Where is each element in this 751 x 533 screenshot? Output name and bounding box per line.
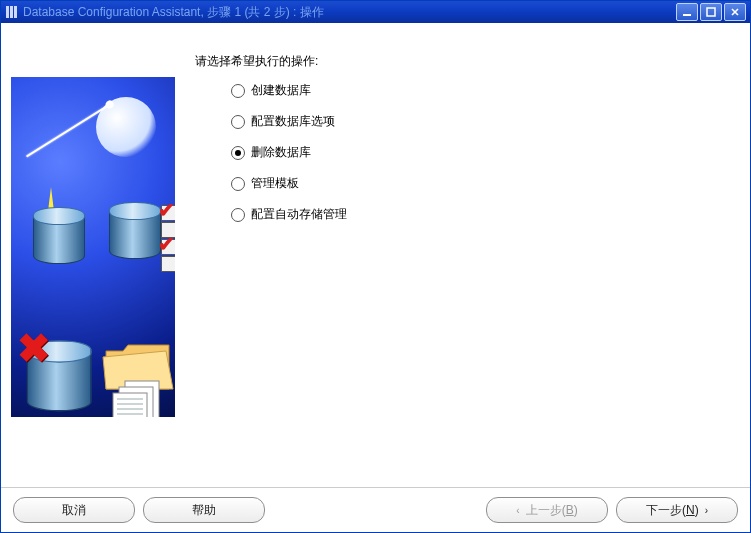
radio-label: 配置数据库选项 bbox=[251, 113, 335, 130]
prompt-label: 请选择希望执行的操作: bbox=[195, 53, 744, 70]
minimize-button[interactable] bbox=[676, 3, 698, 21]
radio-indicator bbox=[231, 115, 245, 129]
radio-label: 创建数据库 bbox=[251, 82, 311, 99]
back-button[interactable]: ‹ 上一步(B) bbox=[486, 497, 608, 523]
radio-label: 配置自动存储管理 bbox=[251, 206, 347, 223]
radio-indicator bbox=[231, 208, 245, 222]
radio-delete-database[interactable]: 删除数据库 bbox=[231, 144, 744, 161]
window-controls bbox=[676, 3, 746, 21]
radio-label: 删除数据库 bbox=[251, 144, 311, 161]
window-title: Database Configuration Assistant, 步骤 1 (… bbox=[23, 4, 676, 21]
radio-manage-templates[interactable]: 管理模板 bbox=[231, 175, 744, 192]
svg-rect-4 bbox=[707, 8, 715, 16]
cancel-button[interactable]: 取消 bbox=[13, 497, 135, 523]
radio-indicator bbox=[231, 146, 245, 160]
wizard-side-image: ✖ bbox=[11, 77, 175, 417]
radio-indicator bbox=[231, 84, 245, 98]
form-area: 请选择希望执行的操作: 创建数据库 配置数据库选项 删除数据库 管理模板 bbox=[175, 53, 744, 477]
help-button[interactable]: 帮助 bbox=[143, 497, 265, 523]
titlebar[interactable]: Database Configuration Assistant, 步骤 1 (… bbox=[1, 1, 750, 23]
svg-rect-3 bbox=[683, 14, 691, 16]
radio-label: 管理模板 bbox=[251, 175, 299, 192]
svg-rect-7 bbox=[113, 393, 147, 417]
window-frame: Database Configuration Assistant, 步骤 1 (… bbox=[0, 0, 751, 533]
svg-rect-0 bbox=[6, 6, 9, 18]
button-label: 下一步(N) bbox=[646, 502, 699, 519]
chevron-left-icon: ‹ bbox=[516, 505, 519, 516]
footer-bar: 取消 帮助 ‹ 上一步(B) 下一步(N) › bbox=[1, 487, 750, 532]
svg-rect-2 bbox=[14, 6, 17, 18]
chevron-right-icon: › bbox=[705, 505, 708, 516]
close-button[interactable] bbox=[724, 3, 746, 21]
button-label: 取消 bbox=[62, 502, 86, 519]
maximize-button[interactable] bbox=[700, 3, 722, 21]
app-icon bbox=[5, 5, 19, 19]
button-label: 上一步(B) bbox=[526, 502, 578, 519]
svg-rect-1 bbox=[10, 6, 13, 18]
radio-create-database[interactable]: 创建数据库 bbox=[231, 82, 744, 99]
radio-configure-database-options[interactable]: 配置数据库选项 bbox=[231, 113, 744, 130]
next-button[interactable]: 下一步(N) › bbox=[616, 497, 738, 523]
radio-configure-asm[interactable]: 配置自动存储管理 bbox=[231, 206, 744, 223]
button-label: 帮助 bbox=[192, 502, 216, 519]
operation-radio-group: 创建数据库 配置数据库选项 删除数据库 管理模板 配置自动存储管理 bbox=[195, 82, 744, 223]
radio-indicator bbox=[231, 177, 245, 191]
content-area: ✖ bbox=[1, 23, 750, 487]
